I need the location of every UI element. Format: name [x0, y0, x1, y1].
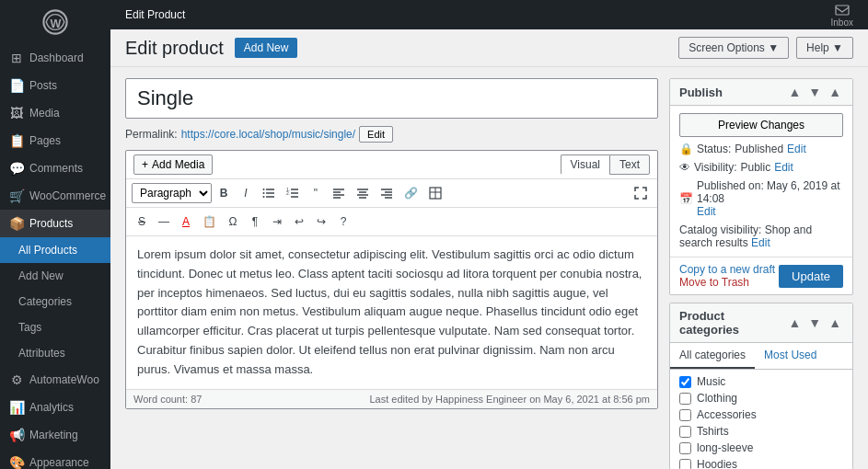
horizontal-rule-button[interactable]: —: [154, 212, 174, 232]
tab-text[interactable]: Text: [609, 154, 650, 175]
calendar-icon: 📅: [679, 192, 693, 205]
special-char-button[interactable]: Ω: [223, 212, 243, 232]
media-icon: 🖼: [9, 106, 24, 120]
bold-button[interactable]: B: [214, 183, 234, 203]
status-label: Status:: [697, 143, 731, 155]
marketing-icon: 📢: [9, 428, 24, 442]
sidebar-item-label-media: Media: [29, 107, 60, 120]
blockquote-button[interactable]: ": [306, 183, 326, 203]
help-button[interactable]: Help ▼: [796, 37, 853, 59]
move-trash-link[interactable]: Move to Trash: [679, 276, 775, 289]
categories-panel-collapse-up[interactable]: ▲: [786, 315, 803, 330]
last-edited: Last edited by Happiness Engineer on May…: [369, 394, 650, 405]
svg-point-7: [263, 192, 265, 194]
publish-panel-collapse-down[interactable]: ▼: [806, 85, 823, 99]
sidebar-item-comments[interactable]: 💬Comments: [0, 154, 110, 182]
italic-button[interactable]: I: [236, 183, 256, 203]
unordered-list-button[interactable]: [258, 183, 280, 203]
align-left-button[interactable]: [328, 183, 350, 203]
svg-text:W: W: [50, 17, 61, 30]
permalink-edit-button[interactable]: Edit: [359, 126, 393, 143]
category-label-4[interactable]: long-sleeve: [697, 441, 753, 454]
sidebar-item-posts[interactable]: 📄Posts: [0, 72, 110, 99]
sidebar-item-label-automatewoo: AutomateWoo: [29, 373, 99, 386]
ordered-list-button[interactable]: 1.2.: [282, 183, 304, 203]
editor-container: Permalink: https://core.local/shop/music…: [110, 67, 868, 469]
sidebar-item-attributes[interactable]: Attributes: [0, 340, 110, 366]
category-checkbox-3[interactable]: [679, 426, 691, 438]
copy-draft-link[interactable]: Copy to a new draft: [679, 263, 775, 276]
categories-panel-collapse-down[interactable]: ▼: [806, 315, 823, 330]
sidebar-item-label-pages: Pages: [29, 134, 61, 147]
status-icon: 🔒: [679, 143, 693, 155]
help-keyboard-button[interactable]: ?: [333, 212, 353, 232]
sidebar-item-pages[interactable]: 📋Pages: [0, 127, 110, 154]
sidebar-item-marketing[interactable]: 📢Marketing: [0, 421, 110, 449]
sidebar-item-analytics[interactable]: 📊Analytics: [0, 394, 110, 421]
indent-button[interactable]: ⇥: [267, 212, 287, 232]
list-item: long-sleeve: [679, 441, 843, 454]
sidebar-item-label-posts: Posts: [29, 79, 57, 92]
font-color-button[interactable]: A: [176, 212, 196, 232]
analytics-icon: 📊: [9, 400, 24, 415]
publish-panel-collapse-up[interactable]: ▲: [786, 85, 803, 99]
sidebar-item-categories[interactable]: Categories: [0, 289, 110, 315]
sidebar-item-tags[interactable]: Tags: [0, 315, 110, 340]
sidebar-item-media[interactable]: 🖼Media: [0, 99, 110, 127]
catalog-edit-link[interactable]: Edit: [751, 236, 770, 249]
category-label-0[interactable]: Music: [697, 375, 725, 388]
category-checkbox-5[interactable]: [679, 459, 691, 470]
screen-options-button[interactable]: Screen Options ▼: [678, 37, 789, 59]
sidebar-item-label-add-new: Add New: [18, 269, 64, 282]
publish-panel-close[interactable]: ▲: [827, 85, 843, 99]
redo-button[interactable]: ↪: [311, 212, 331, 232]
sidebar-item-label-products: Products: [29, 217, 73, 230]
status-edit-link[interactable]: Edit: [787, 143, 806, 155]
add-media-icon: +: [142, 158, 148, 171]
insert-link-button[interactable]: 🔗: [399, 183, 422, 203]
update-button[interactable]: Update: [779, 265, 843, 288]
sidebar-item-all-products[interactable]: All Products: [0, 237, 110, 263]
preview-changes-button[interactable]: Preview Changes: [679, 113, 843, 137]
visibility-edit-link[interactable]: Edit: [774, 161, 793, 174]
sidebar-item-add-new[interactable]: Add New: [0, 263, 110, 289]
editor-top-left: + Add Media: [133, 154, 213, 175]
sidebar-item-appearance[interactable]: 🎨Appearance: [0, 449, 110, 469]
expand-editor-button[interactable]: [630, 183, 652, 203]
editor-content[interactable]: Lorem ipsum dolor sit amet, consectetur …: [126, 236, 657, 389]
sidebar-item-automatewoo[interactable]: ⚙AutomateWoo: [0, 366, 110, 394]
paragraph-select[interactable]: Paragraph: [132, 183, 212, 203]
tab-visual[interactable]: Visual: [561, 154, 609, 175]
sidebar-item-label-categories: Categories: [18, 295, 72, 308]
category-label-3[interactable]: Tshirts: [697, 425, 729, 438]
sidebar-item-woocommerce[interactable]: 🛒WooCommerce: [0, 182, 110, 210]
category-label-1[interactable]: Clothing: [697, 392, 737, 405]
add-new-button[interactable]: Add New: [235, 38, 298, 58]
category-checkbox-0[interactable]: [679, 376, 691, 388]
categories-panel-close[interactable]: ▲: [827, 315, 843, 330]
permalink-url[interactable]: https://core.local/shop/music/single/: [181, 128, 355, 141]
inbox-button[interactable]: Inbox: [831, 3, 853, 28]
tab-most-used-categories[interactable]: Most Used: [755, 343, 826, 369]
category-checkbox-1[interactable]: [679, 393, 691, 405]
add-media-button[interactable]: + Add Media: [133, 154, 213, 175]
tab-all-categories[interactable]: All categories: [670, 343, 755, 369]
paragraph-mark-button[interactable]: ¶: [245, 212, 265, 232]
strikethrough-button[interactable]: S: [132, 212, 152, 232]
align-right-button[interactable]: [376, 183, 398, 203]
product-title-input[interactable]: [125, 78, 658, 119]
undo-button[interactable]: ↩: [289, 212, 309, 232]
category-checkbox-2[interactable]: [679, 409, 691, 421]
visibility-value: Public: [740, 161, 770, 174]
sidebar-item-products[interactable]: 📦Products: [0, 210, 110, 237]
category-label-2[interactable]: Accessories: [697, 408, 757, 421]
paste-button[interactable]: 📋: [198, 212, 221, 232]
published-edit-link[interactable]: Edit: [697, 205, 716, 218]
insert-table-button[interactable]: [424, 183, 446, 203]
category-label-5[interactable]: Hoodies: [697, 458, 737, 469]
sidebar-item-label-tags: Tags: [18, 321, 41, 334]
category-checkbox-4[interactable]: [679, 442, 691, 454]
align-center-button[interactable]: [352, 183, 374, 203]
sidebar-item-dashboard[interactable]: ⊞Dashboard: [0, 44, 110, 72]
page-header: Edit product Add New Screen Options ▼ He…: [110, 29, 868, 67]
